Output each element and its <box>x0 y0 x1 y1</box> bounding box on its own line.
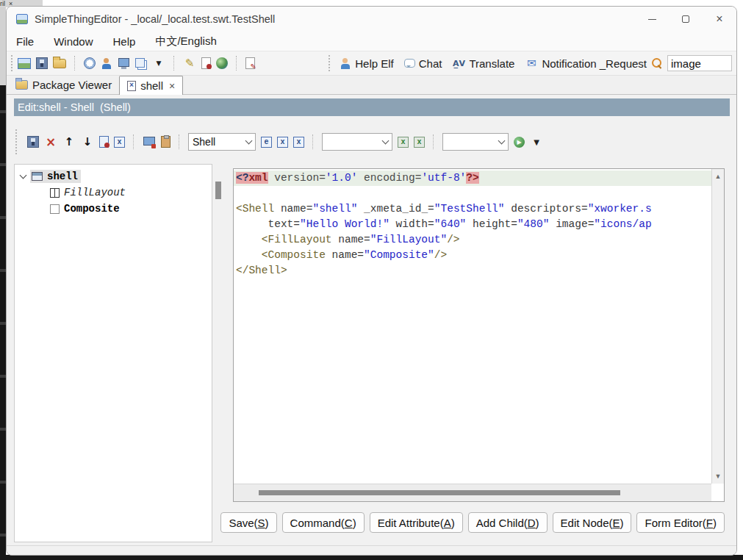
code-token <box>505 203 512 215</box>
style-combo[interactable] <box>322 133 392 151</box>
window-title: SimpleThingEditor - _local/_local.test.s… <box>35 13 635 25</box>
xml-code-area[interactable]: <?xml version='1.0' encoding='utf-8'?> <… <box>234 169 711 484</box>
chat-button[interactable]: Chat <box>404 57 442 70</box>
toolbar-grip[interactable] <box>11 55 13 71</box>
tree-item-composite[interactable]: Composite <box>15 201 212 217</box>
refresh-doc-icon[interactable]: e <box>261 137 272 148</box>
menu-item-help[interactable]: Help <box>113 35 136 48</box>
code-token: 'utf-8' <box>421 172 466 184</box>
menu-item-english[interactable]: 中文/English <box>155 35 216 49</box>
doc-favorite-icon[interactable] <box>201 57 211 69</box>
tab-package-viewer-label: Package Viewer <box>32 79 112 91</box>
tab-package-viewer[interactable]: Package Viewer <box>8 76 119 94</box>
composite-icon <box>50 204 60 214</box>
horizontal-scroll-thumb[interactable] <box>259 490 620 495</box>
code-token: width= <box>396 218 434 230</box>
node-type-combo-dropdown-icon <box>245 137 253 145</box>
main-toolbar-right: Help ElfChatA̲VTranslate✉Notification _R… <box>327 55 732 71</box>
translate-button[interactable]: A̲VTranslate <box>452 57 514 70</box>
style-combo-value <box>326 136 329 148</box>
run-icon[interactable]: ▶ <box>514 137 525 148</box>
apply-style2-icon[interactable]: x <box>414 137 425 148</box>
monitor-icon[interactable] <box>118 57 130 69</box>
menu-item-window[interactable]: Window <box>54 35 93 48</box>
code-token: encoding= <box>357 172 421 184</box>
code-token: version= <box>268 172 326 184</box>
move-up-icon[interactable]: ↑ <box>62 136 76 148</box>
title-bar: SimpleThingEditor - _local/_local.test.s… <box>7 7 736 32</box>
code-token: name= <box>332 249 365 261</box>
notification-request-button[interactable]: ✉Notification _Request <box>525 57 647 70</box>
tab-shell[interactable]: ×shell× <box>119 76 183 95</box>
maximize-button[interactable] <box>669 7 703 32</box>
run-dropdown-icon[interactable]: ▼ <box>530 136 543 148</box>
apply-style-icon[interactable]: x <box>398 137 409 148</box>
copies-icon[interactable] <box>135 58 145 68</box>
filllayout-icon <box>50 188 60 198</box>
action-combo-dropdown-icon <box>498 137 506 145</box>
dropdown-caret-icon[interactable]: ▼ <box>152 57 165 70</box>
tree-item-shell-content: shell <box>30 170 81 183</box>
menu-bar: FileWindowHelp中文/English <box>7 32 736 51</box>
app-icon <box>16 14 28 24</box>
code-token: /> <box>434 249 447 261</box>
editor-vertical-scrollbar[interactable]: ▲ ▼ <box>711 169 724 484</box>
command-button[interactable]: Command(C) <box>282 512 365 533</box>
edit-attribute-button[interactable]: Edit Attribute(A) <box>370 512 463 533</box>
tree-item-filllayout[interactable]: FillLayout <box>15 184 212 201</box>
clipboard-lock-icon[interactable] <box>161 136 171 148</box>
node-type-combo[interactable]: Shell <box>188 133 256 151</box>
tree-expander-icon[interactable] <box>20 171 27 179</box>
editor-horizontal-scrollbar[interactable] <box>234 484 711 501</box>
package-folder-icon <box>15 80 28 90</box>
help-elf-button[interactable]: Help Elf <box>340 57 394 70</box>
scroll-up-icon[interactable]: ▲ <box>712 173 724 180</box>
scroll-down-icon[interactable]: ▼ <box>712 473 724 480</box>
edit-toolbar-grip[interactable] <box>15 129 18 154</box>
tree-scrollbar-thumb[interactable] <box>215 182 221 199</box>
form-editor-button[interactable]: Form Editor(F) <box>636 512 725 533</box>
xml-editor-panel[interactable]: <?xml version='1.0' encoding='utf-8'?> <… <box>233 168 725 502</box>
code-token <box>466 218 473 230</box>
code-token: height= <box>473 218 517 230</box>
xml-source-icon[interactable]: x <box>114 137 125 148</box>
save-icon[interactable] <box>36 57 48 69</box>
save-button-label: Save( <box>229 517 257 529</box>
code-token: "icons/ap <box>594 218 651 230</box>
action-combo[interactable] <box>442 133 509 151</box>
close-doc-icon[interactable]: x <box>277 137 288 148</box>
form-editor-button-label: Form Editor( <box>645 517 706 529</box>
clock-icon[interactable] <box>84 57 96 69</box>
edit-node-button[interactable]: Edit Node(E) <box>553 512 632 533</box>
preview-doc-icon[interactable] <box>99 136 109 148</box>
close-button[interactable]: × <box>703 7 736 32</box>
picture-icon[interactable] <box>18 58 31 69</box>
menu-item-file[interactable]: File <box>16 35 34 48</box>
move-down-icon[interactable]: ↓ <box>81 136 94 148</box>
maximize-icon <box>682 15 689 23</box>
close-all-doc-icon[interactable]: x <box>293 137 304 148</box>
table-editor-icon[interactable] <box>143 136 156 148</box>
thing-tree-panel[interactable]: shellFillLayoutComposite <box>14 164 212 542</box>
save-node-icon[interactable] <box>27 136 39 148</box>
save-button[interactable]: Save(S) <box>220 512 276 533</box>
tree-item-shell[interactable]: shell <box>15 168 212 184</box>
user-icon[interactable] <box>101 57 112 69</box>
code-token: "TestShell" <box>434 203 505 215</box>
toolbar-separator <box>74 56 76 71</box>
edit-doc-icon[interactable] <box>245 57 255 69</box>
delete-node-icon[interactable]: × <box>44 136 57 148</box>
translate-button-label: Translate <box>469 57 514 70</box>
edit-header-text: Edit:shell - Shell (Shell) <box>18 101 131 113</box>
minimize-button[interactable] <box>635 7 669 32</box>
main-toolbar-left: ▼✎ <box>18 56 255 71</box>
shell-window-icon <box>32 172 43 181</box>
tab-shell-close-icon[interactable]: × <box>169 80 175 92</box>
search-input[interactable] <box>667 55 732 71</box>
toolbar-separator <box>173 56 175 71</box>
add-child-button[interactable]: Add Child(D) <box>468 512 548 533</box>
brush-icon[interactable]: ✎ <box>183 57 196 70</box>
open-folder-icon[interactable] <box>53 59 66 68</box>
globe-icon[interactable] <box>216 57 228 69</box>
toolbar-grip-right[interactable] <box>329 55 331 71</box>
